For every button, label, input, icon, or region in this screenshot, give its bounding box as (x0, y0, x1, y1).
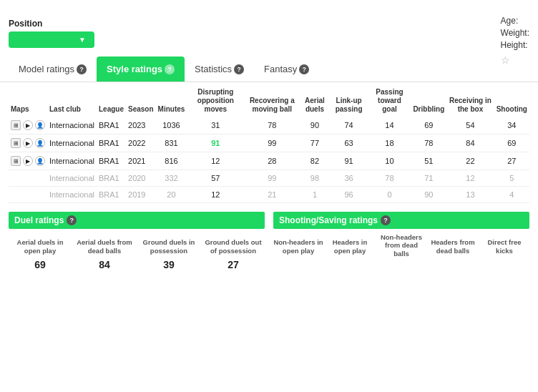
shooting-col-header: Headers from dead balls (428, 233, 478, 256)
shooting-ratings-header: Shooting/Saving ratings ? (273, 212, 529, 229)
dribbling-cell: 78 (411, 134, 446, 152)
duel-rating-col: Ground duels in possession39 (137, 233, 200, 270)
club-cell: Internacional (47, 134, 97, 152)
passing-cell: 0 (368, 187, 411, 203)
tab-model-ratings[interactable]: Model ratings ? (9, 57, 97, 82)
col-maps: Maps (9, 85, 47, 117)
season-cell: 2023 (126, 117, 156, 134)
chevron-down-icon: ▼ (79, 36, 86, 44)
receiving-cell: 12 (446, 170, 494, 187)
shooting-col-header: Headers in open play (325, 233, 375, 256)
league-cell: BRA1 (97, 187, 126, 203)
play-icon[interactable]: ▶ (23, 156, 33, 166)
minutes-cell: 1036 (156, 117, 187, 134)
tab-statistics[interactable]: Statistics ? (185, 57, 254, 82)
shooting-cell: 69 (494, 134, 529, 152)
col-dribbling: Dribbling (411, 85, 446, 117)
maps-cell: ⊞▶👤 (9, 134, 47, 152)
tab-style-ratings[interactable]: Style ratings ? (97, 57, 185, 82)
shooting-col-value (325, 256, 375, 259)
duel-col-header: Ground duels in possession (137, 233, 200, 256)
col-league: League (97, 85, 126, 117)
col-recovering: Recovering a moving ball (244, 85, 300, 117)
duel-col-header: Ground duels out of possession (202, 233, 265, 256)
maps-cell (9, 187, 47, 203)
position-dropdown[interactable]: ▼ (9, 31, 94, 48)
map-icon[interactable]: ⊞ (11, 156, 21, 166)
passing-cell: 10 (368, 152, 411, 170)
shooting-col-value (376, 259, 426, 262)
col-passing: Passing toward goal (368, 85, 411, 117)
help-icon-model: ? (77, 64, 87, 74)
club-cell: Internacional (47, 117, 97, 134)
main-table-container: Maps Last club League Season Minutes Dis… (0, 82, 538, 206)
linkup-cell: 96 (330, 187, 368, 203)
dribbling-cell: 71 (411, 170, 446, 187)
duel-ratings-box: Duel ratings ? Aerial duels in open play… (9, 212, 265, 270)
play-icon[interactable]: ▶ (23, 138, 33, 148)
receiving-cell: 84 (446, 134, 494, 152)
duel-rating-col: Aerial duels in open play69 (9, 233, 72, 270)
play-icon[interactable]: ▶ (23, 120, 33, 130)
col-club: Last club (47, 85, 97, 117)
shooting-cell: 34 (494, 117, 529, 134)
duel-ratings-title: Duel ratings (14, 215, 64, 225)
player-age: Age: (501, 16, 529, 26)
minutes-cell: 831 (156, 134, 187, 152)
linkup-cell: 74 (330, 117, 368, 134)
duel-ratings-content: Aerial duels in open play69Aerial duels … (9, 229, 265, 270)
linkup-cell: 91 (330, 152, 368, 170)
duel-rating-col: Aerial duels from dead balls84 (73, 233, 136, 270)
shooting-ratings-box: Shooting/Saving ratings ? Non-headers in… (273, 212, 529, 270)
bottom-ratings-section: Duel ratings ? Aerial duels in open play… (0, 206, 538, 276)
linkup-cell: 63 (330, 134, 368, 152)
help-icon-fantasy: ? (299, 64, 309, 74)
col-receiving: Receiving in the box (446, 85, 494, 117)
col-season: Season (126, 85, 156, 117)
minutes-cell: 20 (156, 187, 187, 203)
person-icon[interactable]: 👤 (35, 156, 45, 166)
col-aerial: Aerial duels (300, 85, 329, 117)
recovering-cell: 99 (244, 134, 300, 152)
passing-cell: 18 (368, 134, 411, 152)
maps-cell (9, 170, 47, 187)
shooting-col-value (479, 256, 529, 259)
shooting-ratings-content: Non-headers in open playHeaders in open … (273, 229, 529, 262)
duel-col-value: 84 (73, 256, 136, 270)
league-cell: BRA1 (97, 117, 126, 134)
col-disrupting: Disrupting opposition moves (187, 85, 244, 117)
receiving-cell: 54 (446, 117, 494, 134)
aerial-cell: 77 (300, 134, 329, 152)
season-cell: 2020 (126, 170, 156, 187)
map-icon[interactable]: ⊞ (11, 138, 21, 148)
receiving-cell: 22 (446, 152, 494, 170)
shooting-col-value (428, 256, 478, 259)
league-cell: BRA1 (97, 134, 126, 152)
help-icon-duel: ? (67, 215, 77, 225)
shooting-col-value (273, 256, 323, 259)
tab-fantasy[interactable]: Fantasy ? (254, 57, 319, 82)
table-row: ⊞▶👤InternacionalBRA120228319199776318788… (9, 134, 529, 152)
aerial-cell: 82 (300, 152, 329, 170)
club-cell: Internacional (47, 187, 97, 203)
league-cell: BRA1 (97, 170, 126, 187)
aerial-cell: 98 (300, 170, 329, 187)
player-header (0, 6, 538, 16)
recovering-cell: 28 (244, 152, 300, 170)
aerial-cell: 1 (300, 187, 329, 203)
league-cell: BRA1 (97, 152, 126, 170)
help-icon-style: ? (165, 64, 175, 74)
player-height: Height: (501, 40, 529, 50)
col-minutes: Minutes (156, 85, 187, 117)
disrupting-cell: 57 (187, 170, 244, 187)
duel-ratings-header: Duel ratings ? (9, 212, 265, 229)
player-weight: Weight: (501, 28, 529, 38)
map-icon[interactable]: ⊞ (11, 120, 21, 130)
receiving-cell: 13 (446, 187, 494, 203)
add-to-favorites-button[interactable]: ☆ (501, 54, 529, 66)
help-icon-statistics: ? (234, 64, 244, 74)
person-icon[interactable]: 👤 (35, 120, 45, 130)
recovering-cell: 21 (244, 187, 300, 203)
person-icon[interactable]: 👤 (35, 138, 45, 148)
col-shooting: Shooting (494, 85, 529, 117)
